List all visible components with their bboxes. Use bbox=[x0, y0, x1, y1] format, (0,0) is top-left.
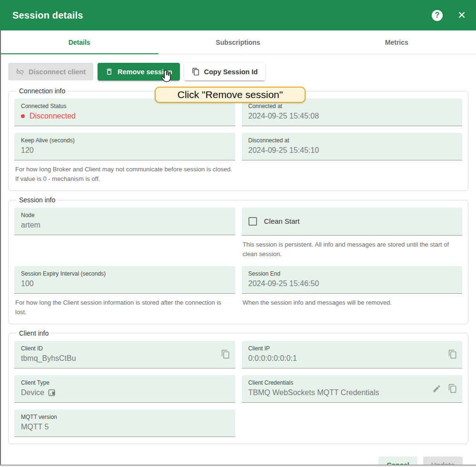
device-icon bbox=[48, 389, 57, 397]
field-label: Keep Alive (seconds) bbox=[21, 137, 228, 144]
client-credentials-field: Client Credentials TBMQ WebSockets MQTT … bbox=[242, 375, 463, 403]
session-info-legend: Session info bbox=[16, 196, 58, 204]
field-label: Node bbox=[21, 212, 228, 219]
tab-bar: Details Subscriptions Metrics bbox=[0, 30, 476, 54]
session-end-hint: When the session info and messages will … bbox=[242, 298, 461, 308]
field-label: Connected Status bbox=[21, 103, 228, 109]
dialog-title: Session details bbox=[12, 10, 432, 21]
tab-subscriptions[interactable]: Subscriptions bbox=[159, 30, 317, 54]
client-info-legend: Client info bbox=[16, 329, 51, 337]
field-label: Client Type bbox=[21, 379, 228, 386]
cursor-pointer-icon bbox=[160, 70, 173, 83]
session-expiry-field: Session Expiry Interval (seconds) 100 bbox=[14, 266, 235, 294]
field-label: Client ID bbox=[21, 345, 228, 352]
field-label: MQTT version bbox=[21, 414, 228, 420]
dialog-content: Disconnect client Remove session Copy Se… bbox=[0, 54, 476, 467]
clean-start-field: Clean Start bbox=[242, 208, 463, 236]
tab-metrics[interactable]: Metrics bbox=[317, 30, 476, 54]
session-expiry-hint: For how long the Client session informat… bbox=[14, 298, 233, 317]
field-label: Client Credentials bbox=[248, 379, 456, 386]
tutorial-tooltip: Click "Remove session" bbox=[155, 87, 306, 103]
field-label: Session Expiry Interval (seconds) bbox=[21, 270, 228, 277]
node-field: Node artem bbox=[14, 208, 235, 235]
trash-icon bbox=[105, 68, 113, 76]
copy-icon[interactable] bbox=[448, 349, 457, 359]
connected-status-value: Disconnected bbox=[21, 112, 228, 120]
disconnect-client-button[interactable]: Disconnect client bbox=[8, 63, 93, 80]
mqtt-version-field: MQTT version MQTT 5 bbox=[14, 409, 235, 437]
help-icon[interactable]: ? bbox=[432, 10, 443, 21]
session-end-field: Session End 2024-09-25 15:46:50 bbox=[242, 266, 463, 294]
copy-icon[interactable] bbox=[221, 349, 230, 359]
client-info-section: Client info Client ID tbmq_ByhsCtBu Clie… bbox=[8, 329, 468, 444]
page-edge-divider bbox=[0, 30, 1, 465]
field-label: Client IP bbox=[248, 345, 456, 352]
keep-alive-hint: For how long Broker and Client may not c… bbox=[14, 165, 233, 184]
client-type-field: Client Type Device bbox=[14, 375, 235, 403]
status-dot bbox=[21, 114, 25, 118]
link-off-icon bbox=[16, 68, 24, 76]
toolbar: Disconnect client Remove session Copy Se… bbox=[8, 63, 468, 80]
connection-info-legend: Connection info bbox=[16, 87, 68, 95]
client-id-field: Client ID tbmq_ByhsCtBu bbox=[14, 341, 235, 368]
field-label: Disconnected at bbox=[248, 137, 456, 144]
keep-alive-field: Keep Alive (seconds) 120 bbox=[14, 133, 235, 160]
field-label: Session End bbox=[248, 270, 456, 277]
edit-icon[interactable] bbox=[432, 384, 441, 393]
dialog-footer: Cancel Update bbox=[8, 444, 468, 467]
clean-start-label: Clean Start bbox=[264, 217, 300, 225]
client-ip-field: Client IP 0:0:0:0:0:0:0:1 bbox=[242, 341, 463, 368]
dialog-header: Session details ? ✕ bbox=[0, 0, 476, 30]
disconnected-at-field: Disconnected at 2024-09-25 15:45:10 bbox=[242, 133, 463, 160]
copy-session-id-button[interactable]: Copy Session Id bbox=[184, 63, 266, 80]
copy-icon[interactable] bbox=[448, 384, 457, 393]
field-label: Connected at bbox=[248, 103, 456, 109]
help-glyph: ? bbox=[435, 11, 440, 20]
session-info-section: Session info Node artem Clean Start This… bbox=[8, 196, 468, 324]
tab-details[interactable]: Details bbox=[0, 30, 159, 54]
clean-start-checkbox[interactable] bbox=[248, 217, 257, 226]
clean-start-hint: This session is persistent. All info and… bbox=[242, 240, 461, 259]
copy-icon bbox=[192, 68, 200, 76]
close-icon[interactable]: ✕ bbox=[456, 10, 467, 21]
